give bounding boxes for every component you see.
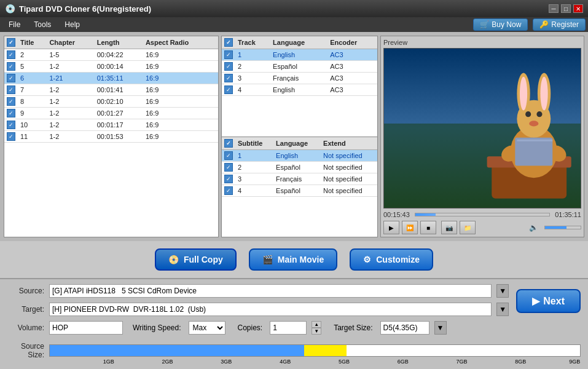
target-dropdown-button[interactable]: ▼ bbox=[496, 303, 509, 316]
subtitle-table-row[interactable]: ✓ 4 Español Not specified bbox=[222, 184, 377, 196]
customize-label: Customize bbox=[376, 255, 420, 264]
title-table-row[interactable]: ✓ 10 1-2 00:01:17 16:9 bbox=[4, 119, 218, 131]
title-table-row[interactable]: ✓ 6 1-21 01:35:11 16:9 bbox=[4, 73, 218, 84]
menu-help[interactable]: Help bbox=[58, 19, 86, 30]
sub-row-check[interactable]: ✓ bbox=[222, 173, 235, 184]
register-button[interactable]: 🔑 Register bbox=[533, 18, 586, 31]
audio-row-check[interactable]: ✓ bbox=[222, 61, 235, 73]
marker-7gb: 7GB bbox=[457, 359, 468, 365]
target-input[interactable] bbox=[49, 303, 492, 316]
title-col-chapter: Chapter bbox=[47, 36, 94, 49]
row-title: 7 bbox=[18, 84, 47, 96]
row-check[interactable]: ✓ bbox=[4, 73, 18, 84]
audio-table-row[interactable]: ✓ 2 Español AC3 bbox=[222, 61, 377, 73]
audio-table-row[interactable]: ✓ 3 Français AC3 bbox=[222, 73, 377, 84]
target-size-label: Target Size: bbox=[334, 323, 372, 332]
options-row: Volume: Writing Speed: Max Copies: ▲ ▼ T… bbox=[7, 321, 509, 335]
sub-row-num: 3 bbox=[235, 173, 273, 184]
source-dropdown-button[interactable]: ▼ bbox=[496, 284, 509, 298]
audio-table-row[interactable]: ✓ 1 English AC3 bbox=[222, 49, 377, 61]
subtitle-table-row[interactable]: ✓ 3 Français Not specified bbox=[222, 173, 377, 184]
row-check[interactable]: ✓ bbox=[4, 61, 18, 73]
copies-up[interactable]: ▲ bbox=[312, 321, 321, 328]
row-check[interactable]: ✓ bbox=[4, 84, 18, 96]
row-check[interactable]: ✓ bbox=[4, 131, 18, 143]
menu-tools[interactable]: Tools bbox=[28, 19, 57, 30]
marker-1gb: 1GB bbox=[103, 359, 114, 365]
audio-row-check[interactable]: ✓ bbox=[222, 84, 235, 96]
full-copy-button[interactable]: 📀 Full Copy bbox=[155, 248, 237, 271]
writing-speed-select[interactable]: Max bbox=[189, 321, 225, 335]
folder-button[interactable]: 📁 bbox=[460, 221, 476, 234]
audio-row-check[interactable]: ✓ bbox=[222, 49, 235, 61]
row-chapter: 1-21 bbox=[47, 73, 94, 84]
row-length: 00:01:27 bbox=[95, 108, 143, 119]
sub-row-num: 4 bbox=[235, 184, 273, 196]
audio-table-row[interactable]: ✓ 4 English AC3 bbox=[222, 84, 377, 96]
target-size-input[interactable] bbox=[380, 321, 429, 335]
menubar-right: 🛒 Buy Now 🔑 Register bbox=[473, 18, 586, 31]
sub-row-lang: Español bbox=[273, 161, 321, 173]
audio-row-check[interactable]: ✓ bbox=[222, 73, 235, 84]
volume-label: Volume: bbox=[7, 323, 44, 332]
sub-row-check[interactable]: ✓ bbox=[222, 149, 235, 161]
copies-spinner[interactable]: ▲ ▼ bbox=[312, 321, 321, 335]
preview-label: Preview bbox=[383, 39, 581, 46]
main-movie-button[interactable]: 🎬 Main Movie bbox=[249, 248, 337, 271]
sub-row-extend: Not specified bbox=[321, 184, 377, 196]
close-button[interactable]: ✕ bbox=[573, 4, 583, 13]
row-chapter: 1-2 bbox=[47, 119, 94, 131]
source-input[interactable] bbox=[49, 284, 492, 298]
audio-row-track: 4 bbox=[235, 84, 270, 96]
row-check[interactable]: ✓ bbox=[4, 49, 18, 61]
audio-row-encoder: AC3 bbox=[327, 84, 377, 96]
titlebar-controls[interactable]: ─ □ ✕ bbox=[549, 4, 583, 13]
customize-button[interactable]: ⚙ Customize bbox=[350, 248, 433, 271]
title-table-row[interactable]: ✓ 11 1-2 00:01:53 16:9 bbox=[4, 131, 218, 143]
copies-down[interactable]: ▼ bbox=[312, 328, 321, 335]
preview-slider[interactable] bbox=[415, 213, 550, 216]
row-title: 2 bbox=[18, 49, 47, 61]
stop-button[interactable]: ■ bbox=[420, 221, 436, 234]
title-table-row[interactable]: ✓ 9 1-2 00:01:27 16:9 bbox=[4, 108, 218, 119]
row-aspect: 16:9 bbox=[143, 73, 218, 84]
maximize-button[interactable]: □ bbox=[561, 4, 571, 13]
subtitle-table-row[interactable]: ✓ 2 Español Not specified bbox=[222, 161, 377, 173]
row-check[interactable]: ✓ bbox=[4, 96, 18, 108]
minimize-button[interactable]: ─ bbox=[549, 4, 559, 13]
subtitle-table-row[interactable]: ✓ 1 English Not specified bbox=[222, 149, 377, 161]
title-table-row[interactable]: ✓ 8 1-2 00:02:10 16:9 bbox=[4, 96, 218, 108]
audio-col-check: ✓ bbox=[222, 36, 235, 49]
audio-table-body: ✓ 1 English AC3 ✓ 2 Español AC3 ✓ 3 Fran… bbox=[222, 49, 377, 96]
row-length: 00:01:53 bbox=[95, 131, 143, 143]
svg-point-10 bbox=[525, 111, 531, 117]
row-length: 01:35:11 bbox=[95, 73, 143, 84]
sub-col-subtitle: Subtitle bbox=[235, 137, 273, 150]
sub-row-check[interactable]: ✓ bbox=[222, 184, 235, 196]
target-size-dropdown[interactable]: ▼ bbox=[434, 321, 447, 335]
preview-time-bar: 00:15:43 01:35:11 bbox=[383, 211, 581, 218]
row-aspect: 16:9 bbox=[143, 96, 218, 108]
title-table-row[interactable]: ✓ 2 1-5 00:04:22 16:9 bbox=[4, 49, 218, 61]
play-button[interactable]: ▶ bbox=[383, 221, 399, 234]
copies-input[interactable] bbox=[270, 321, 307, 335]
row-aspect: 16:9 bbox=[143, 131, 218, 143]
buy-now-button[interactable]: 🛒 Buy Now bbox=[473, 18, 528, 31]
sub-col-check: ✓ bbox=[222, 137, 235, 150]
row-title: 8 bbox=[18, 96, 47, 108]
title-table-row[interactable]: ✓ 5 1-2 00:00:14 16:9 bbox=[4, 61, 218, 73]
row-aspect: 16:9 bbox=[143, 119, 218, 131]
audio-col-lang: Language bbox=[270, 36, 327, 49]
volume-input[interactable] bbox=[49, 321, 123, 335]
row-length: 00:04:22 bbox=[95, 49, 143, 61]
fast-forward-button[interactable]: ⏩ bbox=[402, 221, 418, 234]
next-button[interactable]: ▶ Next bbox=[516, 289, 581, 313]
volume-slider[interactable] bbox=[544, 226, 581, 229]
title-table-row[interactable]: ✓ 7 1-2 00:01:41 16:9 bbox=[4, 84, 218, 96]
row-check[interactable]: ✓ bbox=[4, 108, 18, 119]
screenshot-button[interactable]: 📷 bbox=[441, 221, 457, 234]
row-check[interactable]: ✓ bbox=[4, 119, 18, 131]
sub-row-check[interactable]: ✓ bbox=[222, 161, 235, 173]
writing-speed-label: Writing Speed: bbox=[133, 323, 181, 332]
menu-file[interactable]: File bbox=[2, 19, 26, 30]
